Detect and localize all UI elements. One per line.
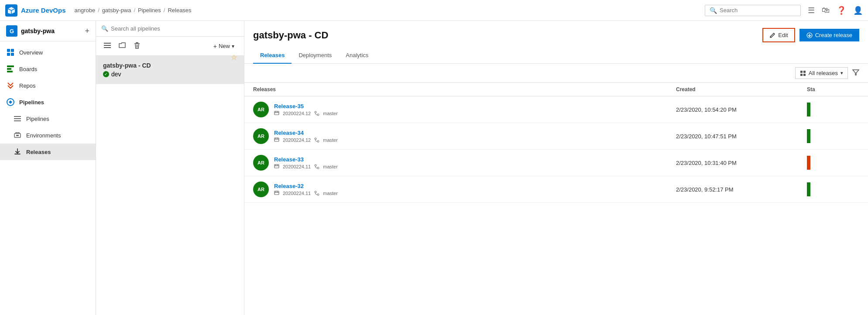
svg-rect-1 bbox=[7, 49, 10, 52]
status-badge-green-0 bbox=[807, 103, 810, 116]
release-avatar-0: AR bbox=[253, 102, 269, 117]
svg-rect-25 bbox=[274, 111, 279, 115]
svg-point-42 bbox=[317, 167, 319, 169]
breadcrumb-pipelines[interactable]: Pipelines bbox=[138, 7, 161, 14]
svg-point-35 bbox=[315, 138, 316, 140]
tab-deployments[interactable]: Deployments bbox=[292, 48, 339, 64]
help-icon[interactable]: ❓ bbox=[837, 6, 846, 15]
pipeline-list-panel: 🔍 + New ▾ gatsby-pwa - CD ☆ bbox=[96, 21, 244, 315]
col-created: Created bbox=[676, 86, 807, 92]
svg-point-47 bbox=[315, 191, 316, 193]
sidebar-item-pipelines-header[interactable]: Pipelines bbox=[0, 94, 96, 110]
breadcrumb-angrobe[interactable]: angrobe bbox=[75, 7, 96, 14]
status-dot-icon: ✓ bbox=[103, 71, 109, 77]
release-build-3: 20200224.11 bbox=[283, 191, 311, 196]
global-search-box[interactable]: 🔍 bbox=[705, 5, 801, 16]
sidebar-item-releases[interactable]: Releases bbox=[0, 144, 96, 160]
status-badge-red-2 bbox=[807, 156, 810, 170]
branch-icon-3 bbox=[314, 191, 319, 196]
release-created-2: 2/23/2020, 10:31:40 PM bbox=[676, 160, 807, 166]
sidebar-item-overview[interactable]: Overview bbox=[0, 44, 96, 61]
svg-rect-31 bbox=[274, 138, 279, 141]
folder-view-button[interactable] bbox=[116, 40, 128, 52]
pipelines-sub-icon bbox=[13, 114, 22, 123]
svg-point-29 bbox=[315, 111, 316, 113]
new-plus-icon: + bbox=[213, 43, 217, 50]
new-pipeline-button[interactable]: + New ▾ bbox=[209, 41, 239, 51]
pipeline-item-stage: dev bbox=[111, 71, 121, 78]
filter-button[interactable] bbox=[852, 69, 859, 78]
project-avatar: G bbox=[6, 25, 17, 37]
main-layout: G gatsby-pwa + Overview Boards bbox=[0, 21, 868, 315]
breadcrumb-releases[interactable]: Releases bbox=[168, 7, 191, 14]
sidebar-pipelines-label: Pipelines bbox=[26, 116, 49, 122]
tab-releases[interactable]: Releases bbox=[253, 48, 292, 64]
release-name-0[interactable]: Release-35 bbox=[274, 103, 338, 110]
content-header: gatsby-pwa - CD Edit Create release bbox=[244, 21, 868, 42]
page-title: gatsby-pwa - CD bbox=[253, 30, 328, 41]
delete-button[interactable] bbox=[131, 40, 143, 52]
table-header: Releases Created Sta bbox=[244, 83, 868, 96]
build-icon-3 bbox=[274, 191, 279, 196]
sidebar-item-repos[interactable]: Repos bbox=[0, 77, 96, 94]
marketplace-icon[interactable]: 🛍 bbox=[822, 6, 830, 15]
sidebar-pipelines-header-label: Pipelines bbox=[19, 99, 44, 106]
table-row[interactable]: AR Release-32 20200224.11 master 2/23/20… bbox=[244, 176, 868, 203]
build-icon-1 bbox=[274, 137, 279, 143]
list-view-button[interactable] bbox=[101, 40, 113, 52]
sidebar-repos-label: Repos bbox=[19, 82, 36, 89]
release-created-1: 2/23/2020, 10:47:51 PM bbox=[676, 133, 807, 140]
filter-bar: All releases ▾ bbox=[244, 64, 868, 83]
svg-point-48 bbox=[317, 194, 319, 195]
all-releases-button[interactable]: All releases ▾ bbox=[795, 67, 848, 79]
top-nav-right: 🔍 ☰ 🛍 ❓ 👤 bbox=[705, 5, 863, 16]
search-input[interactable] bbox=[720, 7, 796, 14]
svg-rect-9 bbox=[14, 116, 21, 117]
edit-pencil-icon bbox=[769, 32, 775, 38]
logo[interactable]: Azure DevOps bbox=[5, 4, 66, 17]
svg-rect-18 bbox=[134, 43, 140, 44]
pipeline-star-icon[interactable]: ☆ bbox=[231, 53, 237, 62]
svg-rect-6 bbox=[7, 68, 11, 70]
release-build-1: 20200224.12 bbox=[283, 137, 311, 143]
table-row[interactable]: AR Release-34 20200224.12 master 2/23/20… bbox=[244, 123, 868, 150]
pipeline-search-box[interactable]: 🔍 bbox=[96, 21, 244, 37]
pipeline-item-name: gatsby-pwa - CD bbox=[103, 62, 151, 69]
edit-button[interactable]: Edit bbox=[762, 28, 795, 42]
release-name-3[interactable]: Release-32 bbox=[274, 183, 338, 189]
release-build-2: 20200224.11 bbox=[283, 164, 311, 169]
release-name-2[interactable]: Release-33 bbox=[274, 156, 338, 163]
table-row[interactable]: AR Release-35 20200224.12 master 2/23/20… bbox=[244, 96, 868, 123]
sidebar-item-boards[interactable]: Boards bbox=[0, 61, 96, 77]
sidebar-add-button[interactable]: + bbox=[85, 27, 89, 36]
create-release-button[interactable]: Create release bbox=[799, 29, 859, 41]
release-status-0 bbox=[807, 103, 859, 116]
table-row[interactable]: AR Release-33 20200224.11 master 2/23/20… bbox=[244, 150, 868, 176]
release-created-3: 2/23/2020, 9:52:17 PM bbox=[676, 186, 807, 193]
user-icon[interactable]: 👤 bbox=[853, 6, 863, 15]
pipeline-list-item[interactable]: gatsby-pwa - CD ☆ ✓ dev bbox=[96, 56, 244, 84]
tab-analytics[interactable]: Analytics bbox=[339, 48, 375, 64]
settings-icon[interactable]: ☰ bbox=[808, 6, 815, 15]
svg-rect-2 bbox=[11, 49, 14, 52]
release-meta-0: 20200224.12 master bbox=[274, 111, 338, 116]
release-branch-1: master bbox=[323, 137, 338, 143]
release-meta-3: 20200224.11 master bbox=[274, 191, 338, 196]
all-releases-chevron-icon: ▾ bbox=[841, 70, 843, 76]
status-badge-green-1 bbox=[807, 129, 810, 143]
app-name: Azure DevOps bbox=[21, 7, 66, 14]
sidebar-project-name[interactable]: G gatsby-pwa bbox=[6, 25, 55, 37]
pipeline-search-input[interactable] bbox=[111, 25, 239, 32]
release-meta-2: 20200224.11 master bbox=[274, 164, 338, 169]
branch-icon-1 bbox=[314, 137, 319, 143]
release-avatar-3: AR bbox=[253, 181, 269, 197]
release-name-1[interactable]: Release-34 bbox=[274, 130, 338, 136]
sidebar-item-environments[interactable]: Environments bbox=[0, 127, 96, 144]
release-info-1: AR Release-34 20200224.12 master bbox=[253, 128, 676, 144]
breadcrumb-gatsby-pwa[interactable]: gatsby-pwa bbox=[102, 7, 131, 14]
sidebar-item-pipelines[interactable]: Pipelines bbox=[0, 110, 96, 127]
sidebar-project-header: G gatsby-pwa + bbox=[0, 21, 96, 41]
release-status-1 bbox=[807, 129, 859, 143]
build-icon bbox=[274, 111, 279, 116]
search-icon: 🔍 bbox=[710, 7, 717, 14]
